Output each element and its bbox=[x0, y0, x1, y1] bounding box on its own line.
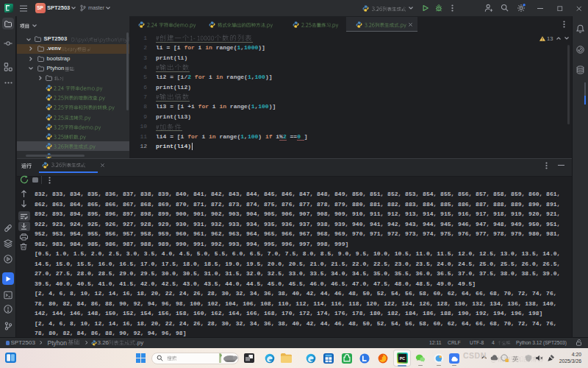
svg-text:PC: PC bbox=[400, 355, 406, 360]
